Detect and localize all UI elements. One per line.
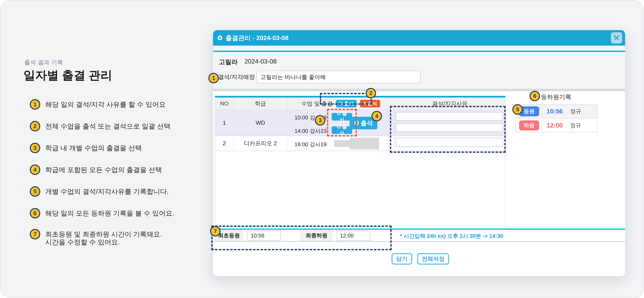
checkin-time: 10:56	[539, 108, 570, 115]
annotation-badge-5: 5	[512, 104, 523, 115]
absence-note-row: 결석/지각예정	[218, 71, 420, 83]
step-item-6: 6 해당 일의 모든 등하원 기록을 볼 수 있어요.	[30, 208, 174, 218]
page: 출석 결과 기록 일자별 출결 관리 1 해당 일의 결석/지각 사유를 할 수…	[0, 0, 644, 298]
dialog-titlebar: 출결관리 - 2024-03-08	[213, 30, 625, 46]
cell-class: 디카프리오 2	[234, 136, 287, 151]
annotation-badge-4: 4	[372, 111, 382, 121]
checkout-badge: 하원	[519, 120, 539, 131]
annotation-rect-session-buttons	[327, 109, 357, 137]
close-dialog-button[interactable]: 닫기	[392, 253, 412, 265]
annotation-badge-3: 3	[315, 115, 325, 126]
step-number-badge: 3	[30, 143, 40, 153]
eyebrow-label: 출석 결과 기록	[24, 59, 63, 66]
ring-icon	[218, 36, 222, 40]
annotation-rect-reason-column	[390, 106, 506, 153]
log-row: 하원 12:00 정규	[516, 119, 597, 132]
step-number-badge: 1	[30, 99, 40, 110]
annotation-badge-6: 6	[530, 91, 540, 101]
step-number-badge: 4	[30, 164, 40, 175]
attendance-date: 2024-03-08	[244, 58, 276, 66]
step-item-7: 7 최초등원 및 최종하원 시간이 기록돼요. 시간을 수정할 수 있어요.	[30, 229, 162, 246]
class-attend-all-button-disabled[interactable]	[350, 138, 379, 149]
log-type: 정규	[570, 122, 581, 129]
step-text: 해당 일의 결석/지각 사유를 할 수 있어요	[45, 99, 166, 108]
close-icon	[613, 34, 620, 41]
annotation-badge-2: 2	[366, 88, 376, 98]
cell-sessions: 16:00 강사19	[287, 136, 394, 151]
step-item-3: 3 학급 내 개별 수업의 출결을 선택	[30, 143, 142, 153]
step-number-badge: 2	[30, 121, 40, 132]
student-name: 고릴라	[219, 58, 238, 66]
step-text: 해당 일의 모든 등하원 기록을 볼 수 있어요.	[45, 208, 174, 217]
absence-note-label: 결석/지각예정	[218, 73, 256, 81]
log-row: 등원 10:56 정규	[516, 105, 597, 119]
step-number-badge: 6	[30, 208, 40, 218]
step-item-1: 1 해당 일의 결석/지각 사유를 할 수 있어요	[30, 99, 166, 110]
cell-no: 1	[215, 110, 234, 136]
close-button[interactable]	[611, 32, 622, 43]
save-all-button[interactable]: 전체저장	[417, 253, 449, 265]
col-header-no: NO	[215, 98, 234, 110]
step-item-2: 2 전체 수업을 출석 또는 결석으로 일괄 선택	[30, 121, 170, 132]
step-text: 개별 수업의 결석/지각사유를 기록합니다.	[45, 186, 169, 195]
session-time: 16:00 강사19	[294, 141, 326, 148]
annotation-badge-1: 1	[208, 73, 219, 83]
absence-note-input[interactable]	[256, 71, 420, 83]
checkout-time: 12:00	[539, 122, 570, 129]
step-text: 전체 수업을 출석 또는 결석으로 일괄 선택	[45, 121, 170, 130]
dialog-title: 출결관리 - 2024-03-08	[226, 34, 288, 42]
cell-class: WD	[234, 110, 287, 136]
checkinout-log-title: 등하원기록	[541, 93, 571, 101]
step-number-badge: 5	[30, 186, 40, 197]
attendance-dialog: 출결관리 - 2024-03-08 고릴라 2024-03-08 결석/지각예정…	[213, 30, 625, 276]
page-title: 일자별 출결 관리	[24, 67, 112, 83]
step-text: 최초등원 및 최종하원 시간이 기록돼요. 시간을 수정할 수 있어요.	[45, 229, 162, 246]
col-header-class: 학급	[234, 98, 287, 110]
accent-divider	[213, 51, 625, 52]
log-type: 정규	[570, 108, 581, 115]
section-divider	[213, 89, 625, 91]
step-item-5: 5 개별 수업의 결석/지각사유를 기록합니다.	[30, 186, 169, 197]
step-number-badge: 7	[30, 229, 40, 239]
session-time: 14:00 강사23	[294, 127, 326, 135]
session-attend-button-disabled[interactable]	[334, 140, 352, 147]
step-text: 학급에 포함된 모든 수업의 출결을 선택	[45, 164, 162, 174]
time-format-hint: * 시간입력 24h ex) 오후 2시 30분 -> 14:30	[400, 232, 503, 240]
checkinout-log-table: 등원 10:56 정규 하원 12:00 정규	[515, 104, 598, 132]
step-text: 학급 내 개별 수업의 출결을 선택	[45, 143, 142, 152]
step-item-4: 4 학급에 포함된 모든 수업의 출결을 선택	[30, 164, 162, 175]
cell-no: 2	[215, 136, 234, 151]
student-row: 고릴라 2024-03-08	[219, 58, 276, 66]
annotation-badge-7: 7	[210, 226, 220, 236]
annotation-rect-bulk-buttons	[320, 93, 372, 105]
annotation-rect-footer-times	[211, 226, 392, 250]
